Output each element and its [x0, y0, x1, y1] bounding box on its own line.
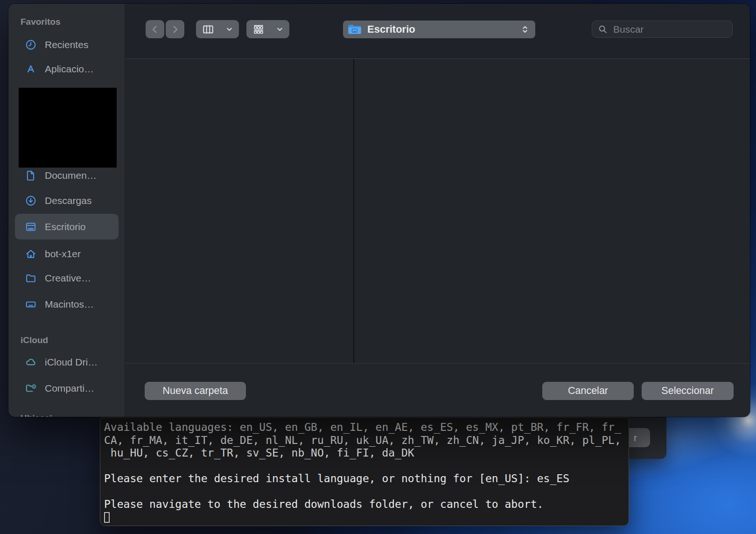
sidebar-item-compartido[interactable]: Comparti… [15, 375, 119, 401]
toolbar: Escritorio [125, 4, 750, 59]
file-dialog: Favoritos Recientes Aplicacio… [8, 4, 750, 417]
search-icon [598, 24, 608, 34]
sidebar-item-label: Macintos… [45, 299, 94, 310]
sidebar-item-descargas[interactable]: Descargas [15, 188, 119, 213]
chevron-right-icon [170, 24, 180, 35]
folder-icon [24, 272, 37, 285]
sidebar-item-bot-x1er[interactable]: bot-x1er [15, 241, 119, 267]
terminal-line: hu_HU, cs_CZ, tr_TR, sv_SE, nb_NO, fi_FI… [104, 447, 627, 460]
desktop: r Available languages: en_US, en_GB, en_… [0, 0, 756, 534]
hard-drive-icon [24, 298, 37, 311]
sidebar-item-label: Aplicacio… [45, 63, 94, 75]
sidebar-item-documentos[interactable]: Documen… [15, 162, 119, 188]
shared-folder-icon [24, 382, 37, 395]
chevron-down-icon [225, 25, 233, 33]
chevron-left-icon [150, 24, 160, 35]
terminal-line: Please navigate to the desired downloads… [104, 498, 627, 511]
cancel-button[interactable]: Cancelar [542, 382, 634, 400]
column-view-icon [202, 23, 214, 35]
sidebar-item-creative[interactable]: Creative… [15, 265, 119, 291]
sidebar-item-label: Documen… [45, 170, 97, 181]
chevron-down-icon [276, 25, 284, 33]
browser-column-2[interactable] [354, 59, 750, 363]
select-button[interactable]: Seleccionar [642, 382, 734, 400]
appstore-icon [24, 63, 37, 76]
search-input[interactable] [612, 23, 728, 35]
terminal-line [104, 485, 627, 499]
download-circle-icon [24, 194, 37, 207]
browser-column-1[interactable] [125, 59, 353, 363]
group-icon [252, 23, 265, 35]
document-icon [24, 169, 37, 182]
sidebar-item-label: bot-x1er [45, 248, 81, 260]
terminal-line: Please enter the desired install languag… [104, 472, 627, 485]
terminal-cursor [104, 512, 110, 523]
back-button[interactable] [146, 20, 164, 38]
cloud-icon [24, 356, 37, 369]
file-browser-columns [125, 59, 750, 363]
terminal-line [104, 460, 627, 473]
sidebar-item-icloud-drive[interactable]: iCloud Dri… [15, 349, 119, 375]
terminal-line: CA, fr_MA, it_IT, de_DE, nl_NL, ru_RU, u… [104, 434, 627, 447]
sidebar-item-aplicaciones[interactable]: Aplicacio… [15, 56, 119, 82]
location-popup-label: Escritorio [367, 23, 520, 35]
search-field[interactable] [592, 21, 733, 38]
sidebar-section-icloud: iCloud [21, 335, 48, 345]
terminal-line: Available languages: en_US, en_GB, en_IL… [104, 421, 627, 434]
sidebar-item-escritorio[interactable]: Escritorio [15, 214, 119, 239]
sidebar: Favoritos Recientes Aplicacio… [8, 4, 125, 417]
sidebar-item-label: Descargas [45, 195, 91, 206]
sidebar-item-label: Recientes [45, 39, 88, 50]
view-mode-button[interactable] [196, 20, 239, 38]
sidebar-item-label: Creative… [45, 273, 91, 284]
sidebar-item-label: Escritorio [45, 221, 86, 232]
dialog-footer: Nueva carpeta Cancelar Seleccionar [125, 363, 750, 417]
group-by-button[interactable] [246, 20, 289, 38]
clock-icon [24, 38, 37, 51]
sidebar-item-macintosh-hd[interactable]: Macintos… [15, 291, 119, 317]
terminal-output: Available languages: en_US, en_GB, en_IL… [104, 421, 627, 524]
forward-button[interactable] [166, 20, 184, 38]
new-folder-button[interactable]: Nueva carpeta [145, 382, 246, 400]
desktop-icon [24, 220, 37, 233]
blue-folder-icon [347, 22, 362, 36]
redacted-region [19, 88, 117, 168]
sidebar-section-ubicaciones-clipped: Ubicaci… [21, 413, 61, 417]
home-icon [24, 247, 37, 260]
sidebar-section-favorites: Favoritos [21, 17, 61, 27]
sidebar-item-label: Comparti… [45, 383, 94, 394]
sidebar-item-recientes[interactable]: Recientes [15, 32, 119, 57]
dialog-main: Escritorio Nueva carpeta Cancelar [125, 4, 750, 417]
sidebar-item-label: iCloud Dri… [45, 357, 98, 368]
location-popup[interactable]: Escritorio [343, 21, 535, 38]
up-down-chevrons-icon [520, 24, 530, 35]
terminal-window[interactable]: Available languages: en_US, en_GB, en_IL… [100, 417, 629, 526]
